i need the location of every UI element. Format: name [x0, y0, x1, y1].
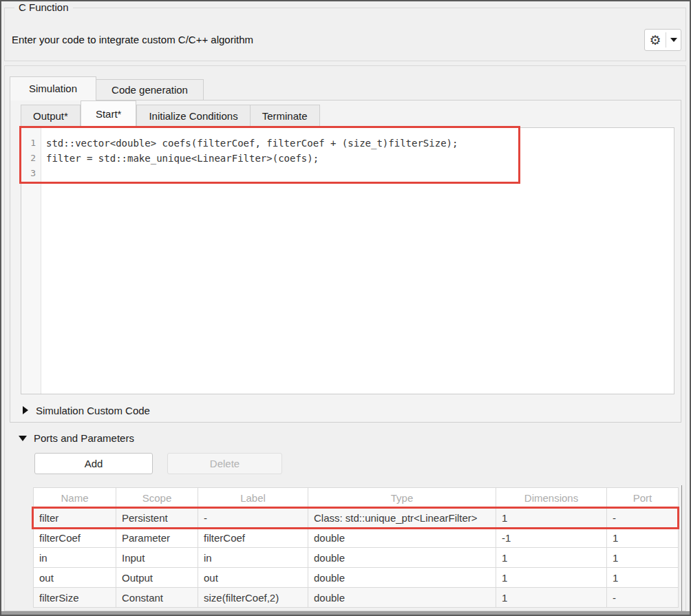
cell-type[interactable]: double	[308, 548, 496, 568]
collapsed-arrow-icon	[23, 406, 28, 414]
code-line[interactable]: filter = std::make_unique<LinearFilter>(…	[46, 151, 674, 166]
cell-dimensions[interactable]: -1	[496, 528, 607, 548]
cell-port[interactable]: -	[607, 588, 679, 608]
cell-port[interactable]: 1	[607, 568, 679, 588]
tab-initialize-conditions[interactable]: Initialize Conditions	[136, 105, 250, 127]
cell-name[interactable]: filter	[34, 508, 116, 528]
cell-label[interactable]: filterCoef	[198, 528, 308, 548]
line-number: 3	[21, 166, 41, 181]
line-number-gutter: 1 2 3	[21, 128, 41, 394]
cell-scope[interactable]: Output	[116, 568, 198, 588]
tab-start[interactable]: Start*	[81, 100, 137, 127]
table-row-in[interactable]: in Input in double 1 1	[34, 548, 679, 568]
cell-dimensions[interactable]: 1	[496, 588, 607, 608]
gear-icon[interactable]: ⚙	[645, 30, 666, 50]
cell-name[interactable]: in	[34, 548, 116, 568]
delete-button[interactable]: Delete	[167, 453, 282, 474]
cell-port[interactable]: -	[607, 508, 679, 528]
dialog-description: Enter your code to integrate custom C/C+…	[12, 34, 253, 45]
cell-name[interactable]: filterCoef	[34, 528, 116, 548]
cell-type[interactable]: double	[308, 528, 496, 548]
cell-scope[interactable]: Parameter	[116, 528, 198, 548]
column-header-port: Port	[607, 488, 679, 508]
table-row-filtercoef[interactable]: filterCoef Parameter filterCoef double -…	[34, 528, 679, 548]
cell-name[interactable]: out	[34, 568, 116, 588]
main-tab-bar: Simulation Code generation	[10, 76, 204, 100]
column-header-name: Name	[34, 488, 116, 508]
code-text-area[interactable]: std::vector<double> coefs(filterCoef, fi…	[41, 128, 674, 394]
section-label: Ports and Parameters	[34, 432, 134, 444]
cell-dimensions[interactable]: 1	[496, 568, 607, 588]
column-header-label: Label	[198, 488, 308, 508]
ports-parameters-table: Name Scope Label Type Dimensions Port fi…	[33, 487, 679, 608]
section-label: Simulation Custom Code	[36, 405, 150, 416]
cell-label[interactable]: in	[198, 548, 308, 568]
column-header-type: Type	[308, 488, 496, 508]
c-function-dialog: C Function Enter your code to integrate …	[0, 0, 691, 616]
table-row-filter[interactable]: filter Persistent - Class: std::unique_p…	[34, 508, 679, 528]
line-number: 2	[21, 151, 41, 166]
table-row-filtersize[interactable]: filterSize Constant size(filterCoef,2) d…	[34, 588, 679, 608]
tab-terminate[interactable]: Terminate	[251, 105, 320, 127]
code-line[interactable]: std::vector<double> coefs(filterCoef, fi…	[46, 136, 674, 151]
cell-port[interactable]: 1	[607, 528, 679, 548]
cell-scope[interactable]: Persistent	[116, 508, 198, 528]
cell-label[interactable]: out	[198, 568, 308, 588]
column-header-dimensions: Dimensions	[496, 488, 607, 508]
cell-label[interactable]: size(filterCoef,2)	[198, 588, 308, 608]
cell-dimensions[interactable]: 1	[496, 508, 607, 528]
table-header-row: Name Scope Label Type Dimensions Port	[34, 488, 679, 508]
table-scrollbar[interactable]	[681, 485, 682, 611]
page-title: C Function	[14, 1, 73, 13]
cell-label[interactable]: -	[198, 508, 308, 528]
chevron-down-icon	[670, 38, 677, 42]
header-group-box: C Function Enter your code to integrate …	[4, 8, 686, 61]
add-button[interactable]: Add	[34, 453, 153, 474]
simulation-custom-code-section[interactable]: Simulation Custom Code	[10, 399, 681, 422]
cell-type[interactable]: Class: std::unique_ptr<LinearFilter>	[308, 508, 496, 528]
code-section-tab-bar: Output* Start* Initialize Conditions Ter…	[21, 100, 320, 127]
cell-type[interactable]: double	[308, 568, 496, 588]
cell-name[interactable]: filterSize	[34, 588, 116, 608]
expanded-arrow-icon	[19, 436, 27, 441]
cell-scope[interactable]: Constant	[116, 588, 198, 608]
table-row-out[interactable]: out Output out double 1 1	[34, 568, 679, 588]
cell-type[interactable]: double	[308, 588, 496, 608]
cell-dimensions[interactable]: 1	[496, 548, 607, 568]
cell-port[interactable]: 1	[607, 548, 679, 568]
tab-simulation[interactable]: Simulation	[10, 76, 96, 100]
cell-scope[interactable]: Input	[116, 548, 198, 568]
tab-code-generation[interactable]: Code generation	[96, 79, 204, 100]
tab-output[interactable]: Output*	[21, 105, 81, 127]
code-editor[interactable]: 1 2 3 std::vector<double> coefs(filterCo…	[21, 127, 674, 394]
ports-and-parameters-section[interactable]: Ports and Parameters	[19, 432, 134, 444]
line-number: 1	[21, 136, 41, 151]
settings-dropdown-button[interactable]	[666, 30, 681, 50]
settings-split-button[interactable]: ⚙	[644, 29, 681, 51]
column-header-scope: Scope	[116, 488, 198, 508]
